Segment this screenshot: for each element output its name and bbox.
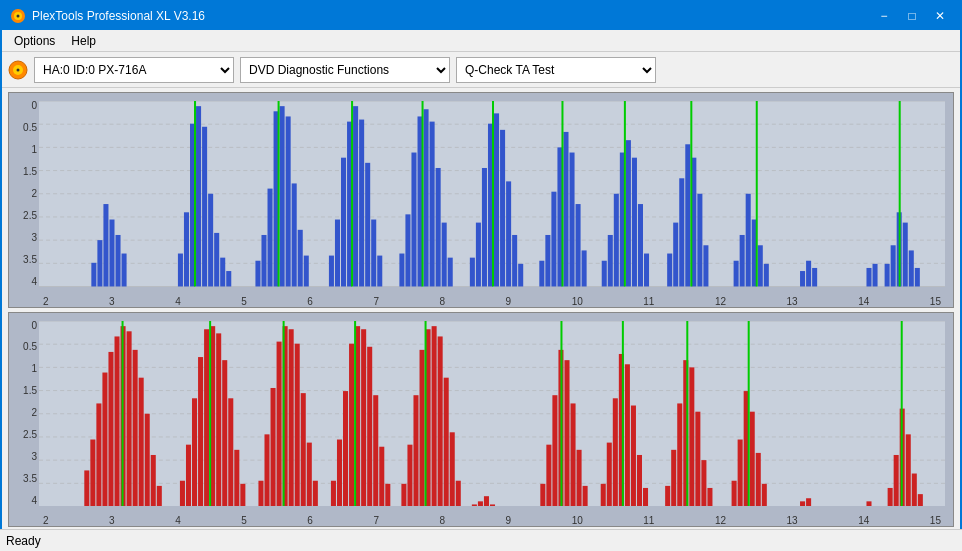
svg-rect-52: [424, 109, 429, 286]
bottom-chart-yaxis: 4 3.5 3 2.5 2 1.5 1 0.5 0: [9, 321, 39, 507]
svg-rect-44: [359, 120, 364, 287]
svg-rect-68: [551, 192, 556, 287]
svg-rect-172: [420, 349, 425, 506]
svg-rect-127: [96, 403, 101, 506]
svg-rect-148: [240, 483, 245, 506]
test-dropdown[interactable]: Q-Check TA Test: [456, 57, 656, 83]
svg-rect-72: [576, 204, 581, 286]
minimize-button[interactable]: −: [872, 6, 896, 26]
svg-rect-151: [271, 387, 276, 506]
svg-rect-50: [411, 153, 416, 287]
svg-rect-82: [667, 254, 672, 287]
drive-dropdown[interactable]: HA:0 ID:0 PX-716A: [34, 57, 234, 83]
svg-rect-197: [637, 454, 642, 506]
svg-rect-59: [482, 168, 487, 287]
svg-rect-95: [800, 271, 805, 286]
svg-rect-170: [407, 444, 412, 506]
svg-rect-130: [115, 336, 120, 506]
svg-rect-141: [198, 357, 203, 506]
svg-rect-21: [178, 254, 183, 287]
svg-rect-31: [261, 235, 266, 287]
svg-rect-164: [361, 329, 366, 506]
svg-rect-181: [484, 496, 489, 506]
svg-rect-26: [208, 194, 213, 287]
svg-rect-159: [331, 480, 336, 506]
svg-rect-90: [740, 235, 745, 287]
svg-rect-73: [582, 250, 587, 286]
svg-rect-66: [539, 261, 544, 287]
svg-rect-168: [385, 483, 390, 506]
svg-rect-80: [638, 204, 643, 286]
svg-rect-17: [103, 204, 108, 286]
bottom-chart-inner: [39, 321, 945, 507]
svg-rect-220: [912, 473, 917, 506]
svg-rect-214: [806, 498, 811, 506]
svg-rect-142: [204, 329, 209, 506]
app-title: PlexTools Professional XL V3.16: [32, 9, 205, 23]
menu-options[interactable]: Options: [6, 32, 63, 50]
svg-rect-136: [151, 454, 156, 506]
svg-rect-98: [866, 268, 871, 287]
svg-rect-212: [762, 483, 767, 506]
svg-rect-217: [894, 454, 899, 506]
svg-rect-167: [379, 446, 384, 506]
svg-rect-103: [903, 223, 908, 287]
svg-rect-43: [353, 106, 358, 286]
svg-rect-47: [377, 256, 382, 287]
svg-rect-71: [570, 153, 575, 287]
close-button[interactable]: ✕: [928, 6, 952, 26]
app-icon: [10, 8, 26, 24]
titlebar-controls: − □ ✕: [872, 6, 952, 26]
svg-rect-38: [304, 256, 309, 287]
svg-rect-221: [918, 494, 923, 506]
svg-rect-208: [738, 439, 743, 506]
svg-rect-100: [885, 264, 890, 287]
svg-rect-204: [695, 411, 700, 506]
svg-rect-216: [888, 487, 893, 506]
svg-rect-18: [109, 220, 114, 287]
svg-rect-29: [226, 271, 231, 286]
titlebar-left: PlexTools Professional XL V3.16: [10, 8, 205, 24]
svg-rect-126: [90, 439, 95, 506]
function-dropdown[interactable]: DVD Diagnostic Functions: [240, 57, 450, 83]
svg-rect-75: [608, 235, 613, 287]
top-chart-inner: [39, 101, 945, 287]
svg-rect-85: [685, 144, 690, 286]
svg-rect-195: [625, 364, 630, 506]
svg-rect-205: [701, 460, 706, 506]
svg-rect-145: [222, 360, 227, 506]
svg-rect-150: [264, 434, 269, 506]
svg-rect-206: [707, 487, 712, 506]
svg-rect-154: [289, 329, 294, 506]
svg-rect-175: [438, 336, 443, 506]
svg-rect-70: [563, 132, 568, 287]
svg-rect-63: [506, 181, 511, 286]
svg-rect-184: [546, 444, 551, 506]
svg-rect-41: [341, 158, 346, 287]
svg-rect-39: [329, 256, 334, 287]
menu-help[interactable]: Help: [63, 32, 104, 50]
svg-rect-20: [122, 254, 127, 287]
svg-rect-96: [806, 261, 811, 287]
svg-rect-144: [216, 333, 221, 506]
svg-rect-157: [307, 442, 312, 506]
svg-rect-188: [571, 403, 576, 506]
svg-rect-158: [313, 480, 318, 506]
svg-rect-190: [583, 485, 588, 506]
svg-rect-176: [444, 377, 449, 506]
svg-rect-166: [373, 395, 378, 506]
svg-rect-89: [734, 261, 739, 287]
svg-rect-15: [91, 263, 96, 287]
svg-rect-28: [220, 258, 225, 287]
svg-rect-201: [677, 403, 682, 506]
svg-rect-32: [268, 189, 273, 287]
menubar: Options Help: [2, 30, 960, 52]
bottom-chart-xaxis: 2 3 4 5 6 7 8 9 10 11 12 13 14 15: [39, 506, 945, 526]
top-chart-yaxis: 4 3.5 3 2.5 2 1.5 1 0.5 0: [9, 101, 39, 287]
svg-rect-91: [746, 194, 751, 287]
maximize-button[interactable]: □: [900, 6, 924, 26]
svg-rect-22: [184, 212, 189, 286]
bottom-chart: 4 3.5 3 2.5 2 1.5 1 0.5 0: [8, 312, 954, 528]
svg-rect-132: [127, 331, 132, 506]
svg-rect-160: [337, 439, 342, 506]
